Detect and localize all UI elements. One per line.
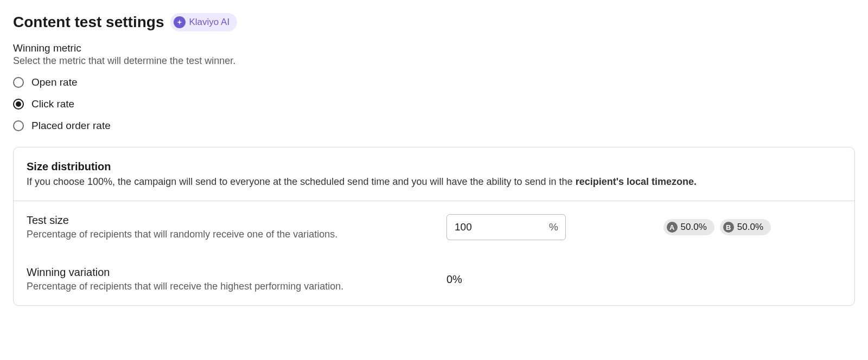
header-row: Content test settings Klaviyo AI xyxy=(13,13,855,31)
sparkle-icon xyxy=(174,16,186,28)
variation-b-badge: B xyxy=(723,222,734,233)
panel-header: Size distribution If you choose 100%, th… xyxy=(14,147,854,201)
percent-suffix: % xyxy=(549,221,558,233)
winning-variation-value-wrap: 0% xyxy=(446,273,566,286)
variation-a-value: 50.0% xyxy=(681,222,707,233)
variation-a-badge: A xyxy=(667,222,678,233)
test-size-title: Test size xyxy=(27,214,433,227)
size-distribution-title: Size distribution xyxy=(27,160,841,173)
radio-label: Open rate xyxy=(31,76,78,88)
winning-metric-section: Winning metric Select the metric that wi… xyxy=(13,42,855,132)
winning-metric-radio-group: Open rate Click rate Placed order rate xyxy=(13,76,855,132)
winning-variation-value: 0% xyxy=(446,273,566,286)
winning-variation-desc: Percentage of recipients that will recei… xyxy=(27,281,433,292)
desc-prefix: If you choose 100%, the campaign will se… xyxy=(27,176,576,187)
radio-click-rate[interactable]: Click rate xyxy=(13,98,855,110)
radio-open-rate[interactable]: Open rate xyxy=(13,76,855,88)
variation-a-pill: A 50.0% xyxy=(663,219,714,235)
winning-metric-label: Winning metric xyxy=(13,42,855,54)
winning-variation-left: Winning variation Percentage of recipien… xyxy=(27,266,433,292)
radio-icon xyxy=(13,99,24,110)
test-size-desc: Percentage of recipients that will rando… xyxy=(27,229,433,240)
test-size-left: Test size Percentage of recipients that … xyxy=(27,214,433,240)
test-size-row: Test size Percentage of recipients that … xyxy=(27,214,841,240)
radio-label: Click rate xyxy=(31,98,74,110)
variation-b-pill: B 50.0% xyxy=(720,219,771,235)
ai-badge[interactable]: Klaviyo AI xyxy=(170,13,237,31)
radio-label: Placed order rate xyxy=(31,120,111,132)
winning-variation-row: Winning variation Percentage of recipien… xyxy=(27,266,841,292)
radio-icon xyxy=(13,77,24,88)
radio-placed-order-rate[interactable]: Placed order rate xyxy=(13,120,855,132)
radio-icon xyxy=(13,120,24,131)
test-size-pills: A 50.0% B 50.0% xyxy=(579,219,841,235)
page-title: Content test settings xyxy=(13,14,164,31)
test-size-input-wrap: % xyxy=(446,214,566,240)
variation-b-value: 50.0% xyxy=(737,222,763,233)
winning-variation-title: Winning variation xyxy=(27,266,433,279)
test-size-input[interactable] xyxy=(446,214,566,240)
panel-body: Test size Percentage of recipients that … xyxy=(14,201,854,305)
ai-badge-label: Klaviyo AI xyxy=(189,17,229,28)
winning-metric-sub: Select the metric that will determine th… xyxy=(13,55,855,67)
size-distribution-desc: If you choose 100%, the campaign will se… xyxy=(27,176,841,188)
size-distribution-panel: Size distribution If you choose 100%, th… xyxy=(13,147,855,306)
desc-bold: recipient's local timezone. xyxy=(576,176,697,187)
